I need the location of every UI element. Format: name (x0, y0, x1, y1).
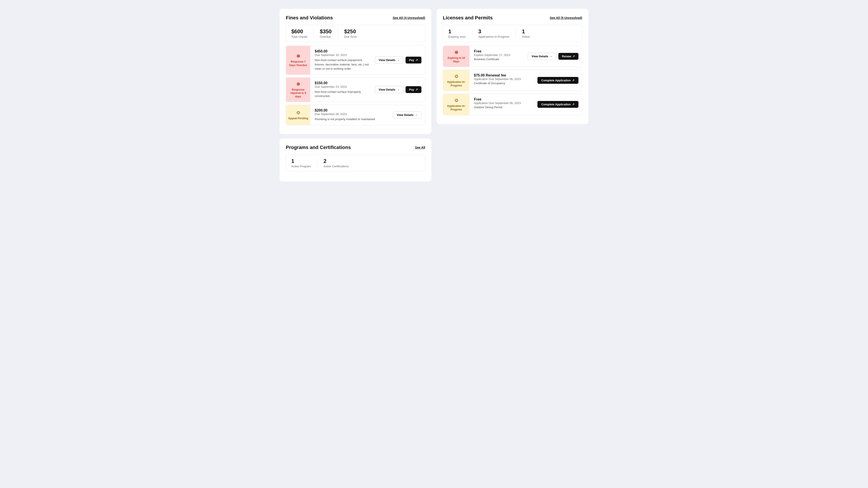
overdue-value: $350 (320, 28, 332, 35)
applications-value: 3 (478, 28, 481, 35)
license-actions-3: Complete Applicaiton ↗ (537, 94, 582, 115)
violation-badge-label-3: Appeal Pending (288, 117, 308, 120)
ext-arrow-license-1: ↗ (572, 55, 575, 58)
license-name-2: Certificate of Occupancy (474, 82, 533, 85)
licenses-see-all-link[interactable]: See All (5 Unresolved) (550, 16, 582, 20)
licenses-header: Licenses and Permits See All (5 Unresolv… (443, 15, 582, 21)
license-expires-2: Application Due September 06, 2023 (474, 77, 533, 81)
license-expires-1: Expires September 17, 2023 (474, 53, 523, 57)
violation-pay-button-2[interactable]: Pay ↗ (406, 86, 422, 93)
active-summary: 1 Active (522, 28, 530, 38)
violation-pay-button-1[interactable]: Pay ↗ (406, 57, 422, 63)
ext-arrow-icon-2: ↗ (415, 88, 418, 91)
violation-badge-3: ⊙ Appeal Pending (286, 105, 310, 125)
ext-arrow-license-3: ↗ (572, 103, 575, 106)
ext-arrow-license-2: ↗ (572, 79, 575, 82)
license-view-details-button-1[interactable]: View Details → (528, 53, 556, 60)
active-program-summary: 1 Active Program (291, 158, 317, 168)
expiring-soon-label: Expiring soon (448, 35, 466, 38)
violation-actions-1: View Details → Pay ↗ (375, 46, 425, 74)
license-item-2: ⊙ Application In-Progress $75.00 Renewal… (443, 70, 582, 91)
overdue-label: Overdue (320, 35, 331, 38)
total-unpaid-summary: $600 Total Unpaid (291, 28, 314, 38)
violation-due-2: Due September 23, 2023 (315, 85, 371, 88)
violation-item-2: ⊗ Response required in 9 days $150.00 Du… (286, 77, 425, 102)
violation-content-2: $150.00 Due September 23, 2023 Non-food … (310, 77, 375, 102)
programs-title: Programs and Certifications (286, 144, 351, 150)
expiring-soon-value: 1 (448, 28, 451, 35)
violation-view-details-button-2[interactable]: View Details → (375, 86, 403, 93)
violation-badge-label-1: Response 7 Days Overdue (288, 60, 309, 67)
due-soon-label: Due Soon (344, 35, 357, 38)
violation-view-details-button-3[interactable]: View Details → (393, 111, 422, 119)
license-expires-3: Application Due September 06, 2023 (474, 101, 533, 105)
active-cert-value: 2 (323, 158, 327, 164)
expiring-soon-summary: 1 Expiring soon (448, 28, 472, 38)
violation-actions-2: View Details → Pay ↗ (375, 77, 425, 102)
clock-icon: ⊙ (297, 110, 300, 116)
license-content-1: Free Expires September 17, 2023 Business… (469, 46, 528, 67)
overdue-summary: $350 Overdue (320, 28, 338, 38)
fines-header: Fines and Violations See All (4 Unresolv… (286, 15, 425, 21)
violation-item-1: ⊗ Response 7 Days Overdue $450.00 Due Se… (286, 45, 425, 75)
license-complete-button-2[interactable]: Complete Applicaiton ↗ (537, 77, 579, 84)
arrow-right-icon-2: → (397, 88, 400, 91)
license-complete-button-3[interactable]: Complete Applicaiton ↗ (537, 101, 579, 108)
violation-amount-3: $200.00 (315, 108, 389, 112)
license-content-2: $75.00 Renewal fee Application Due Septe… (469, 70, 537, 91)
applications-label: Applications In-Progress (478, 35, 509, 38)
license-item-1: ⊗ Expiring in 10 Days Free Expires Septe… (443, 45, 582, 67)
license-fee-3: Free (474, 97, 533, 101)
active-program-value: 1 (291, 158, 294, 164)
programs-card: Programs and Certifications See All 1 Ac… (280, 138, 431, 182)
active-value: 1 (522, 28, 525, 35)
applications-summary: 3 Applications In-Progress (478, 28, 516, 38)
active-cert-summary: 2 Active Certifications (323, 158, 349, 168)
clock-icon-license-3: ⊙ (455, 97, 458, 103)
fines-summary-box: $600 Total Unpaid $350 Overdue $250 Due … (286, 25, 425, 42)
arrow-right-icon-3: → (415, 113, 418, 117)
fines-see-all-link[interactable]: See All (4 Unresolved) (393, 16, 425, 20)
license-fee-2: $75.00 Renewal fee (474, 73, 533, 77)
license-badge-label-3: Application In-Progress (445, 104, 468, 111)
violation-view-details-button-1[interactable]: View Details → (375, 57, 403, 64)
license-badge-2: ⊙ Application In-Progress (443, 70, 469, 91)
due-soon-summary: $250 Due Soon (344, 28, 357, 38)
violation-content-3: $200.00 Due September 06, 2023 Plumbing … (310, 105, 393, 125)
total-unpaid-label: Total Unpaid (291, 35, 307, 38)
clock-icon-license-2: ⊙ (455, 73, 458, 79)
licenses-title: Licenses and Permits (443, 15, 493, 21)
ext-arrow-icon: ↗ (415, 58, 418, 62)
active-label: Active (522, 35, 530, 38)
license-badge-1: ⊗ Expiring in 10 Days (443, 46, 469, 67)
license-badge-label-1: Expiring in 10 Days (445, 57, 468, 63)
warning-icon-license-1: ⊗ (455, 50, 458, 55)
license-renew-button-1[interactable]: Renew ↗ (558, 53, 579, 60)
license-fee-1: Free (474, 50, 523, 53)
programs-header: Programs and Certifications See All (286, 144, 425, 150)
programs-summary-box: 1 Active Program 2 Active Certifications (286, 154, 425, 172)
right-panel: Licenses and Permits See All (5 Unresolv… (437, 9, 588, 182)
license-actions-2: Complete Applicaiton ↗ (537, 70, 582, 91)
violation-badge-label-2: Response required in 9 days (288, 88, 309, 99)
violation-actions-3: View Details → (393, 105, 425, 125)
active-cert-label: Active Certifications (323, 165, 349, 168)
violation-description-3: Plumbing is not properly installed or ma… (315, 117, 389, 122)
arrow-right-icon: → (397, 58, 400, 62)
violation-description-1: Non-food contact surface (equipment, fix… (315, 58, 371, 71)
warning-icon-1: ⊗ (297, 53, 300, 59)
due-soon-value: $250 (344, 28, 356, 35)
violation-item-3: ⊙ Appeal Pending $200.00 Due September 0… (286, 105, 425, 125)
programs-see-all-link[interactable]: See All (415, 146, 425, 149)
arrow-icon-license-1: → (550, 55, 552, 58)
violation-due-3: Due September 06, 2023 (315, 112, 389, 116)
active-program-label: Active Program (291, 165, 311, 168)
left-panel: Fines and Violations See All (4 Unresolv… (280, 9, 431, 182)
fines-violations-card: Fines and Violations See All (4 Unresolv… (280, 9, 431, 134)
violation-badge-1: ⊗ Response 7 Days Overdue (286, 46, 310, 74)
violation-amount-2: $150.00 (315, 81, 371, 85)
license-content-3: Free Application Due September 06, 2023 … (469, 94, 537, 115)
violation-amount-1: $450.00 (315, 50, 371, 53)
licenses-summary-box: 1 Expiring soon 3 Applications In-Progre… (443, 25, 582, 42)
violation-description-2: Non-food contact surface improperly cons… (315, 90, 371, 98)
